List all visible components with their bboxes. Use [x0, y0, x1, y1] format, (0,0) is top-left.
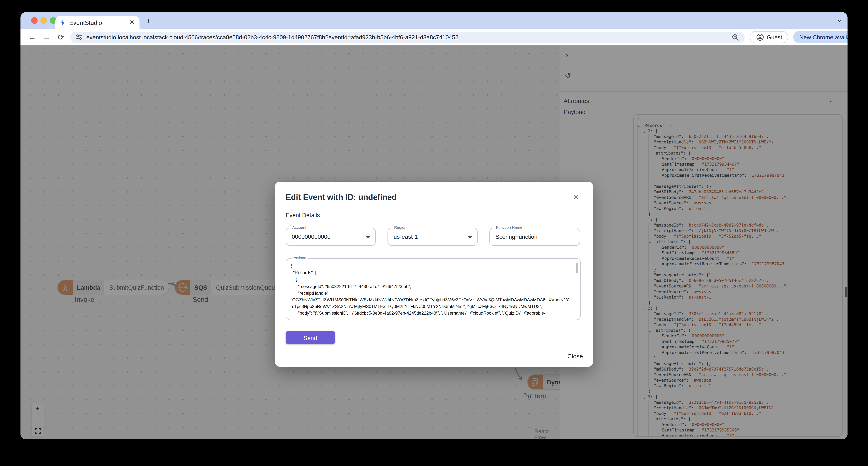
browser-window: EventStudio ✕ + ⌄ ← → ⟳ eventstudio.loca… [21, 12, 847, 439]
macos-close-button[interactable] [31, 17, 38, 24]
event-details-label: Event Details [286, 211, 581, 218]
account-label: Account [291, 226, 308, 229]
function-name-field[interactable]: Function Name ScoringFunction [489, 228, 580, 246]
dropdown-arrow-icon [468, 236, 472, 239]
textarea-scrollbar-thumb[interactable] [576, 263, 578, 273]
modal-close-icon[interactable]: ✕ [573, 193, 579, 202]
account-value: 000000000000 [286, 228, 375, 245]
payload-field-label: Payload [291, 256, 308, 260]
site-controls-icon[interactable] [76, 34, 83, 40]
close-button[interactable]: Close [567, 353, 583, 359]
screen: EventStudio ✕ + ⌄ ← → ⟳ eventstudio.loca… [0, 0, 868, 466]
back-button[interactable]: ← [25, 33, 39, 41]
address-bar[interactable]: eventstudio.localhost.localstack.cloud:4… [70, 31, 745, 43]
favicon-lightning-icon [59, 19, 66, 26]
payload-text[interactable]: { "Records": [ { "messageId": "65032221-… [291, 263, 572, 320]
new-tab-button[interactable]: + [146, 17, 151, 25]
function-name-value: ScoringFunction [490, 228, 580, 245]
payload-textarea[interactable]: Payload { "Records": [ { "messageId": "6… [286, 258, 581, 320]
profile-label: Guest [767, 34, 782, 40]
tab-strip: EventStudio ✕ + ⌄ [21, 12, 847, 29]
zoom-out-magnifier-icon[interactable] [732, 34, 739, 41]
url-text: eventstudio.localhost.localstack.cloud:4… [86, 34, 730, 40]
send-button[interactable]: Send [286, 331, 335, 344]
account-select[interactable]: Account 000000000000 [286, 228, 376, 246]
region-label: Region [393, 226, 408, 229]
tab-title: EventStudio [69, 19, 128, 26]
chrome-update-label: New Chrome available [799, 34, 847, 40]
guest-avatar-icon [756, 33, 764, 41]
forward-button[interactable]: → [39, 33, 54, 41]
edit-event-modal: Edit Event with ID: undefined ✕ Event De… [275, 182, 593, 367]
macos-minimize-button[interactable] [40, 17, 47, 24]
browser-tab[interactable]: EventStudio ✕ [55, 16, 140, 29]
tab-search-chevron-icon[interactable]: ⌄ [837, 16, 842, 23]
event-fields-row: Account 000000000000 Region us-east-1 Fu… [286, 228, 581, 246]
page-content: λ Lambda SubmitQuizFunction Invoke SQS Q… [21, 46, 847, 439]
region-select[interactable]: Region us-east-1 [388, 228, 478, 246]
region-value: us-east-1 [388, 228, 477, 245]
browser-toolbar: ← → ⟳ eventstudio.localhost.localstack.c… [21, 29, 847, 46]
modal-title: Edit Event with ID: undefined [286, 193, 581, 202]
dropdown-arrow-icon [366, 236, 370, 239]
tab-close-icon[interactable]: ✕ [128, 19, 136, 26]
reload-button[interactable]: ⟳ [54, 33, 68, 41]
profile-button[interactable]: Guest [749, 31, 788, 43]
chrome-update-button[interactable]: New Chrome available ⋮ [793, 31, 847, 43]
function-name-label: Function Name [494, 226, 524, 229]
